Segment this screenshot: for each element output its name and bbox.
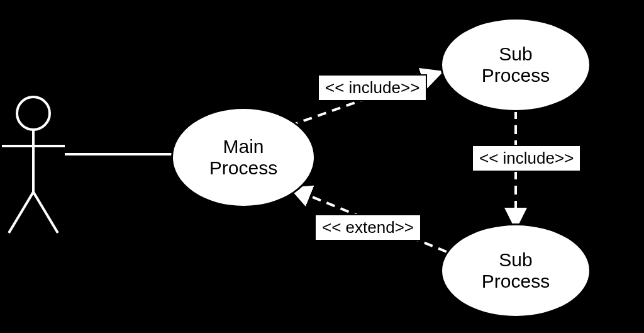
svg-point-0 — [17, 97, 50, 130]
actor-icon — [2, 97, 65, 233]
use-case-diagram: Main Process Sub Process Sub Process << … — [0, 0, 644, 333]
svg-line-3 — [9, 192, 33, 233]
usecase-sub1-label: Sub Process — [482, 43, 550, 87]
usecase-sub2: Sub Process — [440, 223, 591, 318]
label-include-2: << include>> — [472, 145, 581, 172]
label-include-1: << include>> — [318, 74, 427, 101]
usecase-sub1: Sub Process — [440, 18, 591, 112]
usecase-main: Main Process — [171, 107, 316, 208]
svg-line-4 — [33, 192, 58, 233]
usecase-sub2-label: Sub Process — [482, 249, 550, 293]
label-extend: << extend>> — [314, 214, 421, 241]
usecase-main-label: Main Process — [209, 136, 277, 179]
